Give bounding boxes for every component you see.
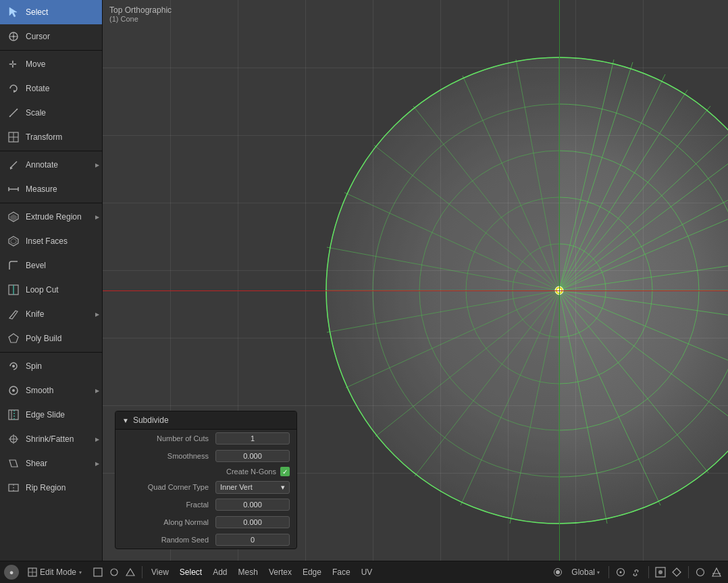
- bb-face-label: Face: [332, 567, 350, 577]
- quadcorner-select[interactable]: Inner Vert ▾: [215, 481, 290, 494]
- toolbar: Select Cursor ✛ Move Rotate Scale Transf…: [0, 0, 103, 561]
- bb-view[interactable]: View: [147, 565, 174, 579]
- bb-proportional[interactable]: [613, 565, 628, 580]
- tool-measure[interactable]: Measure: [0, 177, 102, 201]
- subdivide-collapse-arrow[interactable]: ▼: [122, 417, 129, 424]
- bb-global[interactable]: Global ▾: [567, 565, 604, 579]
- bb-vertex[interactable]: Vertex: [264, 565, 296, 579]
- knife-arrow: ▶: [95, 311, 99, 318]
- svg-marker-83: [126, 569, 134, 576]
- object-type-icon-3[interactable]: [123, 565, 138, 580]
- spin-icon: [7, 359, 20, 373]
- tool-select-label: Select: [26, 7, 48, 17]
- tool-transform[interactable]: Transform: [0, 125, 102, 149]
- tool-rip[interactable]: Rip Region: [0, 476, 102, 500]
- grid-h-5: [103, 338, 728, 338]
- tool-polybuild-label: Poly Build: [26, 334, 61, 343]
- seed-field[interactable]: 0: [215, 534, 290, 546]
- tool-shear-label: Shear: [26, 459, 47, 468]
- tool-inset[interactable]: Inset Faces: [0, 229, 102, 253]
- svg-point-82: [111, 569, 118, 576]
- tool-bevel-label: Bevel: [26, 261, 46, 270]
- axis-vertical: [559, 0, 560, 561]
- subdivide-header[interactable]: ▼ Subdivide: [115, 411, 296, 430]
- bb-snap-1[interactable]: [653, 565, 668, 580]
- tool-extrude[interactable]: Extrude Region ▶: [0, 205, 102, 229]
- fractal-field[interactable]: 0.000: [215, 499, 290, 511]
- bb-uv[interactable]: UV: [357, 565, 378, 579]
- cuts-field[interactable]: 1: [215, 432, 290, 445]
- tool-annotate-label: Annotate: [26, 160, 58, 170]
- panel-row-ngons: Create N-Gons ✓: [115, 465, 296, 478]
- cursor-icon: [7, 30, 20, 43]
- tool-rotate-label: Rotate: [26, 84, 49, 93]
- tool-bevel[interactable]: Bevel: [0, 253, 102, 278]
- tool-polybuild[interactable]: Poly Build: [0, 326, 102, 351]
- tool-rip-label: Rip Region: [26, 483, 66, 492]
- tool-shrink[interactable]: Shrink/Fatten ▶: [0, 427, 102, 451]
- svg-line-7: [9, 109, 18, 117]
- grid-v-4: [373, 0, 373, 561]
- panel-row-quadcorner: Quad Corner Type Inner Vert ▾: [115, 478, 296, 496]
- edgeslide-icon: [7, 408, 20, 422]
- divider-4: [0, 352, 102, 353]
- bb-snap-2[interactable]: [669, 565, 684, 580]
- bb-add[interactable]: Add: [208, 565, 232, 579]
- smoothness-field[interactable]: 0.000: [215, 450, 290, 462]
- tool-move[interactable]: ✛ Move: [0, 52, 102, 76]
- knife-icon: [7, 307, 20, 321]
- tool-annotate[interactable]: Annotate ▶: [0, 153, 102, 177]
- bb-face[interactable]: Face: [328, 565, 355, 579]
- tool-select[interactable]: Select: [0, 0, 102, 24]
- alongnormal-field[interactable]: 0.000: [215, 516, 290, 528]
- edit-mode-dropdown[interactable]: Edit Mode ▾: [23, 565, 86, 579]
- alongnormal-label: Along Normal: [122, 518, 215, 526]
- tool-scale[interactable]: Scale: [0, 101, 102, 125]
- svg-marker-20: [9, 236, 18, 246]
- panel-row-cuts: Number of Cuts 1: [115, 430, 296, 447]
- tool-spin-label: Spin: [26, 361, 42, 371]
- panel-row-alongnormal: Along Normal 0.000: [115, 513, 296, 531]
- ngons-checkbox[interactable]: ✓: [280, 467, 290, 476]
- tool-smooth[interactable]: Smooth ▶: [0, 378, 102, 403]
- rotate-icon: [7, 82, 20, 95]
- subdivide-panel: ▼ Subdivide Number of Cuts 1 Smoothness …: [115, 411, 297, 549]
- bb-mesh[interactable]: Mesh: [234, 565, 263, 579]
- svg-marker-21: [11, 238, 16, 244]
- tool-measure-label: Measure: [26, 184, 57, 194]
- panel-row-smoothness: Smoothness 0.000: [115, 447, 296, 465]
- scene-icon[interactable]: ●: [4, 565, 19, 580]
- scale-icon: [7, 106, 20, 120]
- bb-select[interactable]: Select: [175, 565, 207, 579]
- tool-cursor[interactable]: Cursor: [0, 24, 102, 49]
- bb-mesh-label: Mesh: [238, 567, 258, 577]
- tool-inset-label: Inset Faces: [26, 236, 68, 246]
- shear-arrow: ▶: [95, 461, 99, 467]
- smooth-icon: [7, 384, 20, 397]
- tool-rotate[interactable]: Rotate: [0, 76, 102, 101]
- bb-overlay-2[interactable]: [709, 565, 724, 580]
- bb-sep-3: [648, 566, 649, 578]
- tool-loopcut[interactable]: Loop Cut: [0, 278, 102, 302]
- svg-rect-28: [9, 410, 18, 420]
- tool-knife[interactable]: Knife ▶: [0, 302, 102, 326]
- bb-overlay-1[interactable]: [693, 565, 708, 580]
- tool-edgeslide[interactable]: Edge Slide: [0, 403, 102, 427]
- divider-1: [0, 50, 102, 51]
- bb-global-label: Global: [571, 567, 595, 577]
- svg-point-87: [620, 572, 622, 574]
- svg-point-27: [12, 389, 15, 392]
- tool-spin[interactable]: Spin: [0, 354, 102, 378]
- object-type-icon-1[interactable]: [90, 565, 105, 580]
- bb-edge[interactable]: Edge: [298, 565, 326, 579]
- tool-scale-label: Scale: [26, 108, 46, 118]
- grid-v-5: [440, 0, 441, 561]
- bb-transform-pivot[interactable]: [550, 565, 565, 580]
- object-type-icon-2[interactable]: [107, 565, 122, 580]
- bb-link[interactable]: [629, 565, 644, 580]
- cuts-label: Number of Cuts: [122, 434, 215, 442]
- axis-horizontal: [103, 290, 728, 291]
- tool-smooth-label: Smooth: [26, 386, 53, 395]
- tool-shear[interactable]: Shear ▶: [0, 451, 102, 476]
- quadcorner-label: Quad Corner Type: [122, 483, 215, 491]
